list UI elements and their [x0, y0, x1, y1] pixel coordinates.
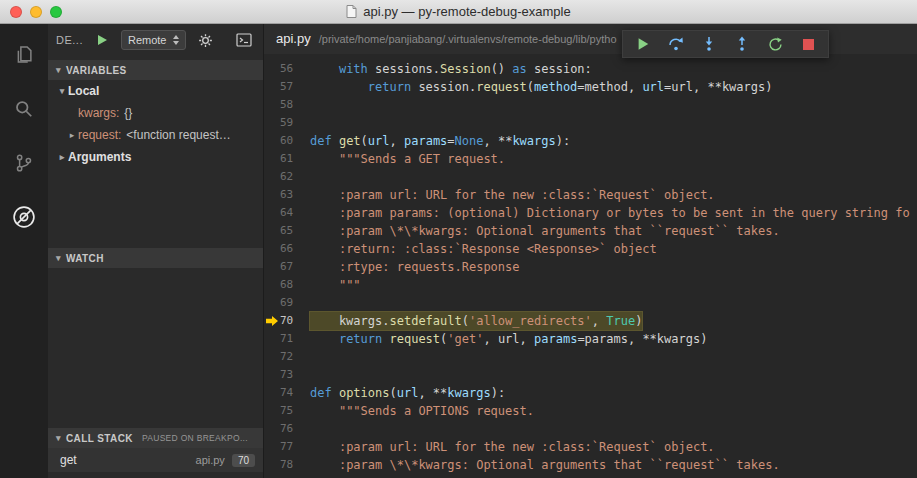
code-line-73[interactable]: 73 — [264, 366, 917, 384]
variable-row-kwargs[interactable]: kwargs: {} — [48, 102, 263, 124]
code-line-text: kwargs.setdefault('allow_redirects', Tru… — [310, 312, 642, 330]
paused-breakpoint-icon[interactable] — [264, 312, 280, 330]
debug-icon[interactable] — [9, 202, 39, 232]
code-line-65[interactable]: 65 :param \*\*kwargs: Optional arguments… — [264, 222, 917, 240]
continue-button[interactable] — [635, 36, 651, 52]
debug-sidebar-toolbar: DE... Remote — [48, 24, 263, 56]
line-number: 56 — [280, 60, 310, 78]
line-number: 69 — [280, 294, 310, 312]
variables-section-header[interactable]: ▾ VARIABLES — [48, 60, 263, 80]
chevron-down-icon: ▾ — [56, 65, 61, 75]
variables-section: ▾ VARIABLES ▾ Local kwargs: {} ▸ request… — [48, 60, 263, 168]
glyph-margin[interactable] — [264, 240, 280, 258]
glyph-margin[interactable] — [264, 150, 280, 168]
stop-button[interactable] — [800, 36, 816, 52]
debug-configuration-dropdown[interactable]: Remote — [121, 30, 187, 50]
glyph-margin[interactable] — [264, 96, 280, 114]
code-line-74[interactable]: 74def options(url, **kwargs): — [264, 384, 917, 402]
code-line-58[interactable]: 58 — [264, 96, 917, 114]
code-line-text: """Sends a GET request. — [310, 150, 505, 168]
variable-row-request[interactable]: ▸ request: <function request… — [48, 124, 263, 146]
code-line-61[interactable]: 61 """Sends a GET request. — [264, 150, 917, 168]
variable-name: kwargs: — [78, 106, 119, 120]
code-line-72[interactable]: 72 — [264, 348, 917, 366]
code-line-60[interactable]: 60def get(url, params=None, **kwargs): — [264, 132, 917, 150]
line-number: 62 — [280, 168, 310, 186]
code-line-69[interactable]: 69 — [264, 294, 917, 312]
code-line-59[interactable]: 59 — [264, 114, 917, 132]
configure-gear-icon[interactable] — [194, 29, 216, 51]
glyph-margin[interactable] — [264, 132, 280, 150]
scope-local-row[interactable]: ▾ Local — [48, 80, 263, 102]
line-number: 75 — [280, 402, 310, 420]
glyph-margin[interactable] — [264, 438, 280, 456]
code-line-78[interactable]: 78 :param \*\*kwargs: Optional arguments… — [264, 456, 917, 474]
code-line-56[interactable]: 56 with sessions.Session() as session: — [264, 60, 917, 78]
glyph-margin[interactable] — [264, 330, 280, 348]
glyph-margin[interactable] — [264, 456, 280, 474]
glyph-margin[interactable] — [264, 420, 280, 438]
glyph-margin[interactable] — [264, 78, 280, 96]
stack-frame-row[interactable]: get api.py 70 — [48, 448, 263, 472]
code-line-66[interactable]: 66 :return: :class:`Response <Response>`… — [264, 240, 917, 258]
glyph-margin[interactable] — [264, 258, 280, 276]
code-line-67[interactable]: 67 :rtype: requests.Response — [264, 258, 917, 276]
glyph-margin[interactable] — [264, 384, 280, 402]
line-number: 74 — [280, 384, 310, 402]
debug-configuration-value: Remote — [128, 34, 167, 46]
glyph-margin[interactable] — [264, 186, 280, 204]
code-line-text: """Sends a OPTIONS request. — [310, 402, 534, 420]
watch-section-header[interactable]: ▾ WATCH — [48, 248, 263, 268]
minimize-window-button[interactable] — [30, 6, 42, 18]
activity-bar — [0, 24, 48, 478]
close-window-button[interactable] — [10, 6, 22, 18]
glyph-margin[interactable] — [264, 222, 280, 240]
code-line-62[interactable]: 62 — [264, 168, 917, 186]
line-number: 65 — [280, 222, 310, 240]
source-control-icon[interactable] — [9, 148, 39, 178]
code-line-63[interactable]: 63 :param url: URL for the new :class:`R… — [264, 186, 917, 204]
line-number: 57 — [280, 78, 310, 96]
chevron-right-icon: ▸ — [56, 152, 68, 162]
search-icon[interactable] — [9, 94, 39, 124]
line-number: 72 — [280, 348, 310, 366]
code-line-70[interactable]: 70 kwargs.setdefault('allow_redirects', … — [264, 312, 917, 330]
glyph-margin[interactable] — [264, 114, 280, 132]
code-line-75[interactable]: 75 """Sends a OPTIONS request. — [264, 402, 917, 420]
debug-console-icon[interactable] — [233, 29, 255, 51]
line-number: 67 — [280, 258, 310, 276]
line-number: 78 — [280, 456, 310, 474]
tab-file-path: /private/home/panjiabang/.virtualenvs/re… — [319, 33, 617, 45]
line-number: 66 — [280, 240, 310, 258]
explorer-icon[interactable] — [9, 40, 39, 70]
call-stack-section-header[interactable]: ▾ CALL STACK PAUSED ON BREAKPO... — [48, 428, 263, 448]
step-out-button[interactable] — [734, 36, 750, 52]
chevron-down-icon: ▾ — [56, 86, 68, 96]
code-line-71[interactable]: 71 return request('get', url, params=par… — [264, 330, 917, 348]
zoom-window-button[interactable] — [50, 6, 62, 18]
dropdown-arrows-icon — [173, 35, 179, 45]
step-over-button[interactable] — [668, 36, 684, 52]
scope-arguments-row[interactable]: ▸ Arguments — [48, 146, 263, 168]
glyph-margin[interactable] — [264, 294, 280, 312]
glyph-margin[interactable] — [264, 366, 280, 384]
restart-button[interactable] — [767, 36, 783, 52]
frame-line-badge: 70 — [232, 454, 255, 467]
code-line-68[interactable]: 68 """ — [264, 276, 917, 294]
code-line-text: :param url: URL for the new :class:`Requ… — [310, 438, 715, 456]
code-line-77[interactable]: 77 :param url: URL for the new :class:`R… — [264, 438, 917, 456]
code-editor[interactable]: 56 with sessions.Session() as session:57… — [264, 54, 917, 478]
code-line-64[interactable]: 64 :param params: (optional) Dictionary … — [264, 204, 917, 222]
window-titlebar: api.py — py-remote-debug-example — [0, 0, 917, 24]
glyph-margin[interactable] — [264, 60, 280, 78]
glyph-margin[interactable] — [264, 168, 280, 186]
line-number: 60 — [280, 132, 310, 150]
code-line-57[interactable]: 57 return session.request(method=method,… — [264, 78, 917, 96]
glyph-margin[interactable] — [264, 402, 280, 420]
glyph-margin[interactable] — [264, 204, 280, 222]
glyph-margin[interactable] — [264, 348, 280, 366]
step-into-button[interactable] — [701, 36, 717, 52]
start-debugging-button[interactable] — [91, 29, 113, 51]
code-line-76[interactable]: 76 — [264, 420, 917, 438]
glyph-margin[interactable] — [264, 276, 280, 294]
